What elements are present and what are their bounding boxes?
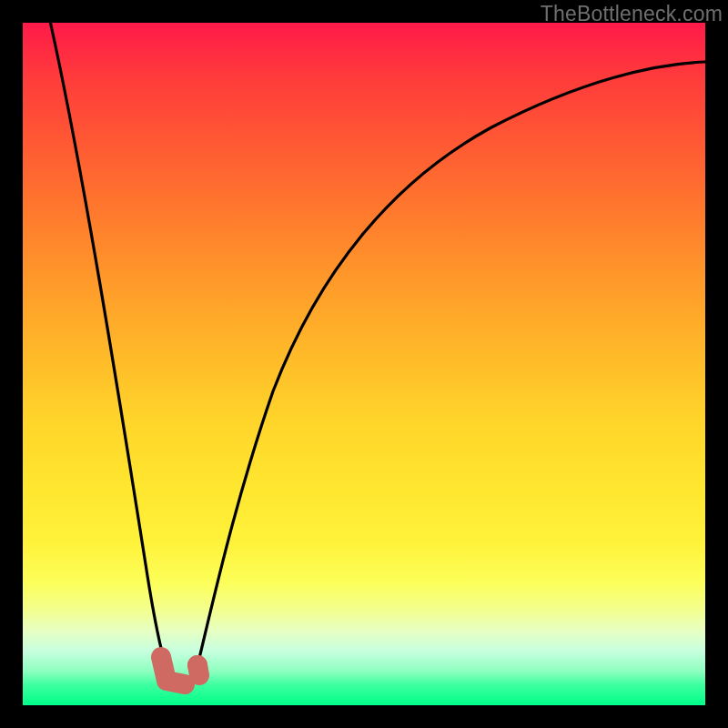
gradient-panel <box>23 23 705 705</box>
chart-stage: TheBottleneck.com <box>0 0 728 728</box>
watermark-text: TheBottleneck.com <box>541 2 723 26</box>
